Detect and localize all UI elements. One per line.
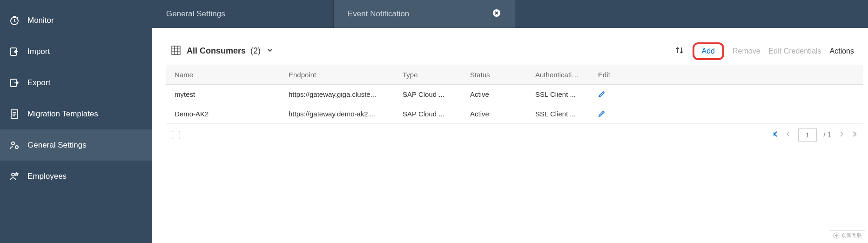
first-page-icon[interactable]: [772, 131, 779, 139]
sidebar-item-label: Employees: [27, 172, 67, 181]
cell-type: SAP Cloud ...: [394, 110, 462, 118]
watermark: 创新互联: [830, 230, 865, 240]
import-icon: [8, 46, 20, 58]
sidebar-item-label: Monitor: [27, 16, 54, 25]
edit-credentials-button[interactable]: Edit Credentials: [769, 47, 821, 55]
cell-status: Active: [462, 90, 527, 98]
sidebar-item-employees[interactable]: Employees: [0, 161, 152, 192]
cell-endpoint: https://gateway.demo-ak2....: [280, 110, 394, 118]
next-page-icon[interactable]: [838, 131, 845, 139]
templates-icon: [8, 108, 20, 120]
cell-endpoint: https://gateway.giga.cluste...: [280, 90, 394, 98]
th-type[interactable]: Type: [394, 71, 462, 79]
tab-label: Event Notification: [348, 9, 409, 19]
sidebar-item-migration-templates[interactable]: Migration Templates: [0, 98, 152, 129]
export-icon: [8, 77, 20, 89]
tab-label: General Settings: [166, 9, 225, 19]
cell-type: SAP Cloud ...: [394, 90, 462, 98]
pagination: / 1: [772, 128, 858, 142]
tabs: General Settings Event Notification: [152, 0, 868, 28]
edit-icon[interactable]: [590, 89, 636, 99]
sidebar-item-import[interactable]: Import: [0, 36, 152, 67]
sidebar-item-label: Migration Templates: [27, 109, 98, 119]
svg-rect-8: [172, 46, 180, 54]
select-all-checkbox[interactable]: [172, 131, 180, 139]
page-input[interactable]: [798, 128, 817, 142]
add-button-highlight: Add: [693, 42, 724, 60]
people-star-icon: [8, 170, 20, 182]
cell-name: mytest: [166, 90, 280, 98]
cell-auth: SSL Client ...: [527, 110, 590, 118]
people-gear-icon: [8, 139, 20, 151]
remove-button[interactable]: Remove: [733, 47, 760, 55]
edit-icon[interactable]: [590, 109, 636, 119]
sidebar: Monitor Import Export Migration Template…: [0, 0, 152, 243]
add-button[interactable]: Add: [702, 47, 715, 55]
sidebar-item-monitor[interactable]: Monitor: [0, 5, 152, 36]
th-status[interactable]: Status: [462, 71, 527, 79]
svg-point-6: [12, 173, 14, 176]
chevron-down-icon[interactable]: [266, 47, 274, 56]
tab-general-settings[interactable]: General Settings: [152, 0, 334, 28]
page-total: / 1: [823, 131, 832, 139]
th-endpoint[interactable]: Endpoint: [280, 71, 394, 79]
sidebar-item-label: Import: [27, 47, 50, 56]
grid-icon[interactable]: [171, 45, 181, 57]
toolbar: All Consumers (2) Add Remove Edit Creden…: [166, 37, 863, 65]
cell-status: Active: [462, 110, 527, 118]
main-content: General Settings Event Notification All …: [152, 0, 868, 243]
cell-name: Demo-AK2: [166, 110, 280, 118]
table-footer: / 1: [166, 124, 863, 146]
sidebar-item-label: General Settings: [27, 141, 87, 150]
close-icon[interactable]: [492, 9, 501, 20]
cell-auth: SSL Client ...: [527, 90, 590, 98]
table-row[interactable]: mytest https://gateway.giga.cluste... SA…: [166, 85, 863, 104]
tab-event-notification[interactable]: Event Notification: [334, 0, 515, 28]
th-edit[interactable]: Edit: [590, 71, 636, 79]
svg-point-4: [12, 142, 14, 145]
sidebar-item-general-settings[interactable]: General Settings: [0, 129, 152, 161]
sidebar-item-export[interactable]: Export: [0, 67, 152, 98]
last-page-icon[interactable]: [851, 131, 858, 139]
sort-icon[interactable]: [675, 46, 684, 57]
table-row[interactable]: Demo-AK2 https://gateway.demo-ak2.... SA…: [166, 104, 863, 124]
toolbar-title: All Consumers (2): [187, 46, 261, 56]
actions-button[interactable]: Actions: [830, 47, 854, 55]
timer-icon: [8, 14, 20, 27]
th-name[interactable]: Name: [166, 71, 280, 79]
th-auth[interactable]: Authentication M: [527, 71, 590, 79]
table-header: Name Endpoint Type Status Authentication…: [166, 65, 863, 85]
prev-page-icon[interactable]: [785, 131, 792, 139]
sidebar-item-label: Export: [27, 78, 50, 88]
consumers-table: Name Endpoint Type Status Authentication…: [166, 65, 863, 146]
